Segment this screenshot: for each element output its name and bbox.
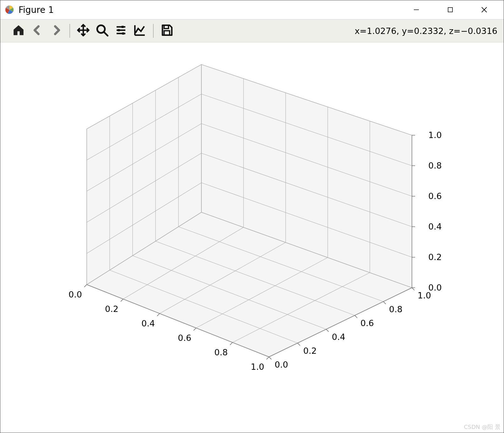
z-tick-label: 0.6 [428,191,442,201]
figure-canvas[interactable]: 0.00.20.40.60.81.00.00.20.40.60.81.00.00… [0,42,504,433]
svg-line-68 [412,288,414,290]
svg-line-62 [266,357,269,359]
x-tick-label: 1.0 [251,362,264,372]
z-tick-label: 0.8 [428,161,442,170]
zoom-icon [96,24,109,38]
save-button[interactable] [157,21,176,40]
svg-line-58 [121,299,123,302]
maximize-button[interactable] [433,0,467,19]
navigation-toolbar: x=1.0276, y=0.2332, z=−0.0316 [0,19,504,42]
axes-3d: 0.00.20.40.60.81.00.00.20.40.60.81.00.00… [0,42,504,433]
move-icon [77,24,90,38]
svg-line-59 [157,314,160,316]
svg-rect-12 [122,32,124,35]
pan-button[interactable] [74,21,93,40]
home-icon [12,24,25,38]
window-controls [399,0,501,19]
svg-rect-11 [118,29,120,31]
svg-line-67 [383,302,386,304]
toolbar-separator [69,24,70,38]
zoom-button[interactable] [93,21,112,40]
forward-button[interactable] [47,21,66,40]
y-tick-label: 0.4 [332,332,345,342]
toolbar-separator [153,24,154,38]
svg-line-66 [355,315,357,318]
svg-line-57 [84,285,87,287]
y-tick-label: 0.2 [303,346,317,356]
y-tick-label: 0.8 [389,304,403,314]
titlebar: Figure 1 [0,0,504,19]
app-window: Figure 1 [0,0,504,433]
y-tick-label: 0.6 [360,318,374,328]
x-tick-label: 0.6 [178,333,191,343]
sliders-icon [114,24,128,38]
edit-axis-button[interactable] [130,21,149,40]
z-tick-label: 1.0 [428,130,442,140]
chart-line-icon [133,24,146,38]
x-tick-label: 0.2 [105,304,118,314]
svg-line-64 [298,343,300,346]
window-title: Figure 1 [19,5,54,15]
svg-line-61 [230,342,233,345]
y-tick-label: 0.0 [275,360,288,369]
svg-line-6 [104,32,107,36]
back-button[interactable] [28,21,47,40]
close-button[interactable] [467,0,501,19]
x-tick-label: 0.0 [68,290,82,299]
x-tick-label: 0.8 [214,347,228,357]
arrow-left-icon [31,24,44,38]
svg-rect-2 [448,8,452,12]
minimize-button[interactable] [399,0,433,19]
svg-rect-13 [164,25,168,29]
coordinate-readout: x=1.0276, y=0.2332, z=−0.0316 [355,26,499,36]
save-icon [160,24,173,38]
svg-line-63 [269,357,271,359]
configure-subplots-button[interactable] [112,21,130,40]
svg-line-65 [326,329,329,332]
z-tick-label: 0.0 [428,283,442,292]
watermark: CSDN @阳 景 [464,423,501,431]
home-button[interactable] [9,21,28,40]
x-tick-label: 0.4 [141,319,155,328]
arrow-right-icon [50,24,63,38]
svg-rect-10 [122,26,124,28]
z-tick-label: 0.2 [428,252,442,262]
matplotlib-app-icon [5,5,14,14]
svg-line-60 [194,328,196,330]
z-tick-label: 0.4 [428,222,442,231]
